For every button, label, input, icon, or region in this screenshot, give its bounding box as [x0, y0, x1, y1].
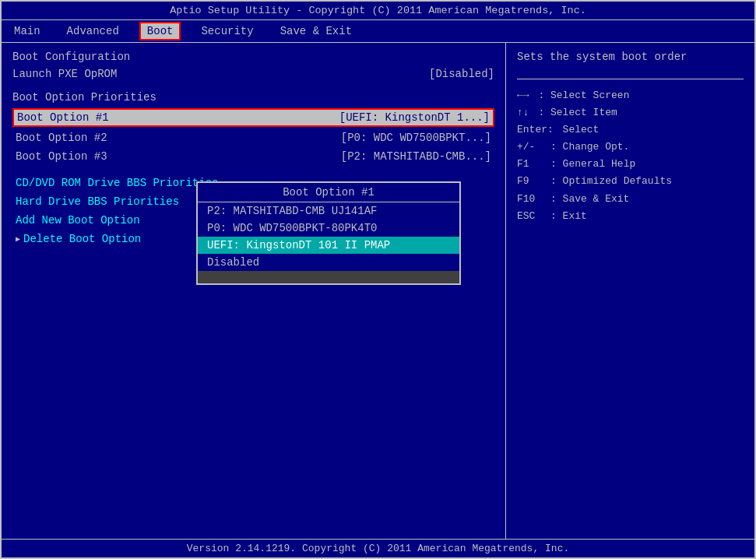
key-arrow-ud: ↑↓ [517, 104, 529, 121]
dropdown-title: Boot Option #1 [198, 183, 459, 202]
key-esc: ESC [517, 208, 535, 225]
menu-item-advanced[interactable]: Advanced [61, 23, 125, 39]
dropdown-item-0[interactable]: P2: MATSHITABD-CMB UJ141AF [198, 202, 459, 220]
help-text: Sets the system boot order [517, 51, 744, 63]
launch-pxe-label: Launch PXE OpROM [12, 68, 117, 80]
boot-priorities-title: Boot Option Priorities [12, 91, 494, 104]
key-row-4: F1 : General Help [517, 156, 744, 173]
boot-option-1-label: Boot Option #1 [17, 111, 109, 124]
boot-option-2-row[interactable]: Boot Option #2 [P0: WDC WD7500BPKT...] [12, 130, 494, 146]
key-f1: F1 [517, 156, 529, 173]
key-row-3: +/- : Change Opt. [517, 139, 744, 156]
key-f9: F9 [517, 173, 529, 190]
boot-option-1-value: [UEFI: KingstonDT 1...] [339, 111, 490, 124]
divider-line [517, 79, 744, 79]
left-panel: Boot Configuration Launch PXE OpROM [Dis… [2, 43, 506, 539]
launch-pxe-value: [Disabled] [429, 68, 494, 80]
title-bar: Aptio Setup Utility - Copyright (C) 2011… [2, 2, 754, 20]
menu-item-security[interactable]: Security [195, 23, 259, 39]
title-text: Aptio Setup Utility - Copyright (C) 2011… [170, 5, 586, 16]
key-desc-0: : Select Screen [533, 87, 630, 104]
footer-text: Version 2.14.1219. Copyright (C) 2011 Am… [187, 543, 569, 554]
key-enter: Enter: [517, 121, 554, 139]
key-desc-3: : Change Opt. [538, 139, 629, 156]
key-row-2: Enter: Select [517, 121, 744, 139]
boot-option-1-row[interactable]: Boot Option #1 [UEFI: KingstonDT 1...] [12, 108, 494, 127]
key-arrow-lr: ←→ [517, 87, 529, 104]
boot-option-2-value: [P0: WDC WD7500BPKT...] [341, 132, 491, 144]
key-desc-1: : Select Item [533, 104, 617, 121]
boot-option-3-value: [P2: MATSHITABD-CMB...] [341, 150, 491, 163]
dropdown-item-1[interactable]: P0: WDC WD7500BPKT-80PK4T0 [198, 220, 459, 237]
boot-option-2-label: Boot Option #2 [16, 132, 107, 144]
boot-option-dropdown: Boot Option #1 P2: MATSHITABD-CMB UJ141A… [196, 181, 461, 285]
key-desc-7: : Exit [538, 208, 586, 225]
key-row-1: ↑↓ : Select Item [517, 104, 744, 121]
dropdown-footer [198, 271, 459, 283]
menu-item-main[interactable]: Main [8, 23, 47, 39]
key-desc-6: : Save & Exit [538, 191, 629, 208]
key-row-7: ESC : Exit [517, 208, 744, 225]
menu-bar: Main Advanced Boot Security Save & Exit [2, 20, 754, 43]
boot-option-3-row[interactable]: Boot Option #3 [P2: MATSHITABD-CMB...] [12, 149, 494, 164]
key-plus-minus: +/- [517, 139, 535, 156]
right-panel: Sets the system boot order ←→ : Select S… [506, 43, 754, 539]
key-row-0: ←→ : Select Screen [517, 87, 744, 104]
key-row-6: F10 : Save & Exit [517, 191, 744, 208]
key-help: ←→ : Select Screen ↑↓ : Select Item Ente… [517, 87, 744, 225]
launch-pxe-row[interactable]: Launch PXE OpROM [Disabled] [12, 68, 494, 80]
bios-screen: Aptio Setup Utility - Copyright (C) 2011… [0, 0, 756, 559]
key-row-5: F9 : Optimized Defaults [517, 173, 744, 190]
key-desc-4: : General Help [533, 156, 636, 173]
dropdown-item-2[interactable]: UEFI: KingstonDT 101 II PMAP [198, 237, 459, 254]
footer-bar: Version 2.14.1219. Copyright (C) 2011 Am… [2, 539, 754, 557]
main-content: Boot Configuration Launch PXE OpROM [Dis… [2, 43, 754, 539]
dropdown-item-3[interactable]: Disabled [198, 254, 459, 271]
boot-option-3-label: Boot Option #3 [16, 150, 107, 163]
key-f10: F10 [517, 191, 535, 208]
menu-item-boot[interactable]: Boot [139, 22, 181, 40]
boot-config-title: Boot Configuration [12, 51, 494, 63]
key-desc-2: Select [557, 121, 600, 139]
menu-item-save-exit[interactable]: Save & Exit [274, 23, 358, 39]
key-desc-5: : Optimized Defaults [533, 173, 672, 190]
